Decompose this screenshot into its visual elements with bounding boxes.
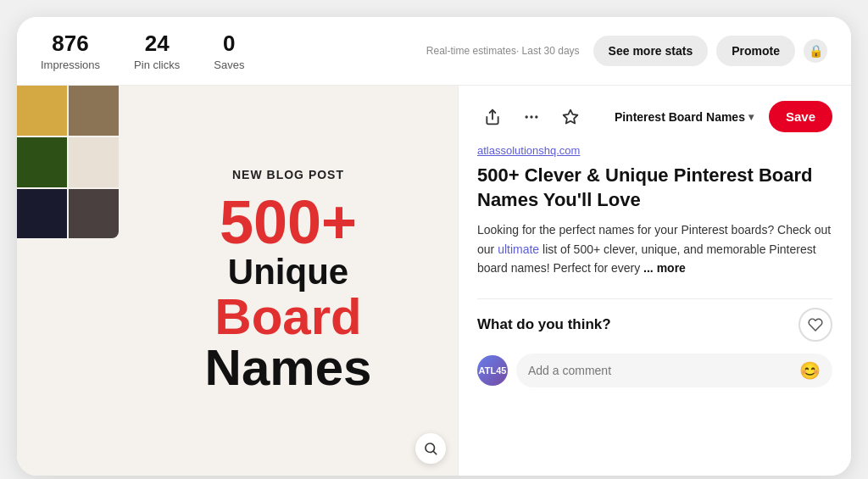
comment-row: ATL45 😊: [477, 354, 832, 387]
stats-group: 876 Impressions 24 Pin clicks 0 Saves: [41, 31, 426, 71]
headline-names: Names: [205, 343, 372, 393]
realtime-label: Real-time estimates· Last 30 days: [426, 45, 580, 57]
collage-cell-4: [69, 137, 119, 187]
what-do-you-think-text: What do you think?: [477, 316, 611, 333]
board-chevron-icon: ▾: [748, 111, 754, 123]
pin-image-area: NEW BLOG POST 500+ Unique Board Names: [17, 86, 458, 476]
pin-details-panel: Pinterest Board Names ▾ Save atlassoluti…: [458, 86, 851, 476]
comment-input-wrap: 😊: [516, 354, 832, 387]
headline-board: Board: [214, 292, 361, 343]
pin-clicks-stat: 24 Pin clicks: [134, 31, 180, 71]
comment-input[interactable]: [528, 364, 799, 377]
pin-collage: [17, 86, 119, 238]
new-blog-post-label: NEW BLOG POST: [232, 168, 344, 181]
pin-clicks-value: 24: [145, 31, 170, 57]
svg-marker-6: [564, 109, 578, 123]
emoji-button[interactable]: 😊: [799, 360, 821, 381]
main-card: 876 Impressions 24 Pin clicks 0 Saves Re…: [17, 17, 851, 476]
collage-cell-6: [69, 189, 119, 239]
collage-cell-2: [69, 86, 119, 136]
bookmark-icon[interactable]: [555, 102, 586, 132]
main-content: NEW BLOG POST 500+ Unique Board Names: [17, 86, 851, 476]
see-more-stats-button[interactable]: See more stats: [593, 36, 709, 66]
avatar-text: ATL45: [479, 365, 507, 376]
lock-icon[interactable]: 🔒: [804, 39, 827, 63]
commenter-avatar: ATL45: [477, 355, 508, 386]
description-highlight: ultimate: [498, 242, 539, 256]
search-lens-button[interactable]: [415, 433, 446, 464]
share-icon[interactable]: [477, 102, 508, 132]
heart-button[interactable]: [798, 308, 832, 342]
svg-point-4: [530, 115, 532, 118]
pin-clicks-label: Pin clicks: [134, 58, 180, 71]
more-options-icon[interactable]: [516, 102, 547, 132]
svg-line-1: [433, 452, 436, 454]
stats-bar: 876 Impressions 24 Pin clicks 0 Saves Re…: [17, 17, 851, 86]
stats-right: Real-time estimates· Last 30 days See mo…: [426, 36, 827, 66]
divider: [477, 298, 832, 299]
saves-label: Saves: [214, 58, 244, 71]
impressions-label: Impressions: [41, 58, 100, 71]
headline-500: 500+: [220, 192, 357, 253]
board-name: Pinterest Board Names: [615, 110, 745, 124]
save-button[interactable]: Save: [769, 101, 832, 132]
collage-cell-3: [17, 137, 67, 187]
svg-point-3: [526, 115, 528, 118]
pin-description: Looking for the perfect names for your P…: [477, 220, 832, 277]
saves-stat: 0 Saves: [214, 31, 244, 71]
promote-button[interactable]: Promote: [716, 36, 795, 66]
svg-point-5: [535, 115, 537, 118]
collage-cell-1: [17, 86, 67, 136]
collage-cell-5: [17, 189, 67, 239]
impressions-stat: 876 Impressions: [41, 31, 100, 71]
impressions-value: 876: [52, 31, 88, 57]
source-link[interactable]: atlassolutionshq.com: [477, 144, 832, 157]
headline-unique: Unique: [228, 253, 348, 292]
more-link[interactable]: ... more: [643, 261, 686, 275]
saves-value: 0: [223, 31, 235, 57]
pin-actions-row: Pinterest Board Names ▾ Save: [477, 101, 832, 132]
board-selector[interactable]: Pinterest Board Names ▾: [615, 110, 754, 124]
what-do-you-think-row: What do you think?: [477, 308, 832, 342]
pin-title: 500+ Clever & Unique Pinterest Board Nam…: [477, 164, 832, 212]
